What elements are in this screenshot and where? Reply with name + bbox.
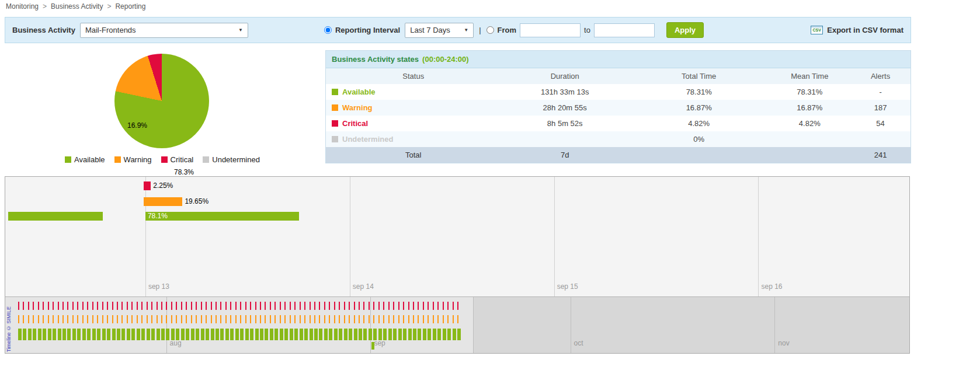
interval-controls: Reporting Interval Last 7 Days ▼ | From …: [324, 22, 704, 38]
timeline-event-tick-warning: [284, 315, 286, 323]
timeline-event-tick-critical: [284, 302, 286, 310]
timeline-event-tick-available: [112, 329, 116, 340]
timeline-event-tick-available: [457, 329, 461, 340]
states-row-undetermined: Undetermined0%: [326, 131, 911, 147]
timeline-event-tick-warning: [191, 315, 192, 323]
timeline-event-tick-critical: [176, 302, 177, 310]
alerts-cell: -: [850, 84, 911, 100]
col-duration: Duration: [501, 68, 629, 84]
timeline-event-tick-warning: [423, 315, 424, 323]
timeline-event-tick-available: [319, 329, 322, 340]
timeline-bar-available[interactable]: [145, 212, 299, 221]
timeline-event-tick-critical: [339, 302, 340, 310]
timeline-event-tick-critical: [62, 302, 64, 310]
breadcrumb-separator: >: [107, 2, 111, 11]
chevron-down-icon: ▼: [238, 27, 243, 33]
business-activity-select[interactable]: Mail-Frontends ▼: [80, 23, 248, 38]
from-date-input[interactable]: [520, 23, 581, 37]
timeline-event-tick-available: [314, 329, 318, 340]
timeline-credit: Timeline © SIMILE: [6, 306, 12, 352]
timeline-event-tick-warning: [58, 315, 59, 323]
alerts-cell: [850, 131, 911, 147]
timeline-event-tick-available: [310, 329, 313, 340]
timeline-event-tick-critical: [344, 302, 345, 310]
timeline-bar-available[interactable]: [8, 212, 103, 221]
breadcrumb: Monitoring>Business Activity>Reporting: [6, 2, 145, 11]
timeline-event-tick-warning: [314, 315, 315, 323]
timeline-event-tick-critical: [141, 302, 143, 310]
states-table: Status Duration Total Time Mean Time Ale…: [326, 68, 911, 163]
timeline-event-tick-warning: [408, 315, 409, 323]
timeline-event-tick-warning: [310, 315, 311, 323]
timeline-event-tick-warning: [324, 315, 325, 323]
timeline-event-tick-available: [250, 329, 253, 340]
custom-range-radio[interactable]: [486, 26, 494, 34]
timeline-event-tick-available: [211, 329, 214, 340]
timeline-event-tick-critical: [112, 302, 113, 310]
status-name: Available: [342, 88, 376, 96]
timeline-event-tick-critical: [437, 302, 439, 310]
breadcrumb-item-business-activity[interactable]: Business Activity: [51, 2, 103, 11]
breadcrumb-item-monitoring[interactable]: Monitoring: [6, 2, 39, 11]
timeline-event-tick-critical: [433, 302, 434, 310]
legend-item-undetermined: Undetermined: [203, 155, 260, 164]
timeline-event-tick-available: [300, 329, 303, 340]
timeline-overview-band[interactable]: Timeline © SIMILE augsepoctnov: [5, 296, 909, 353]
reporting-interval-select[interactable]: Last 7 Days ▼: [405, 23, 474, 38]
timeline-event-tick-available: [388, 329, 392, 340]
timeline-event-tick-available: [191, 329, 194, 340]
status-name: Critical: [342, 119, 368, 128]
col-total-time: Total Time: [629, 68, 769, 84]
timeline-event-tick-available: [127, 329, 130, 340]
timeline-event-tick-available: [339, 329, 342, 340]
timeline-event-tick-available: [53, 329, 56, 340]
timeline-event-tick-critical: [300, 302, 301, 310]
timeline-event-tick-warning: [334, 315, 335, 323]
mean-time-cell: 16.87%: [769, 100, 850, 116]
to-date-input[interactable]: [594, 23, 655, 37]
timeline-main-band[interactable]: sep 13sep 14sep 15sep 162.25%19.65%78.1%: [5, 177, 909, 296]
timeline-event-tick-warning: [428, 315, 429, 323]
timeline-event-tick-warning: [201, 315, 202, 323]
timeline-event-tick-available: [117, 329, 120, 340]
timeline-event-tick-critical: [117, 302, 118, 310]
timeline-event-tick-critical: [92, 302, 93, 310]
timeline-event-tick-critical: [121, 302, 123, 310]
timeline-event-tick-warning: [137, 315, 138, 323]
timeline-event-tick-warning: [383, 315, 384, 323]
timeline-event-tick-warning: [433, 315, 434, 323]
timeline-bar-label-critical: 2.25%: [153, 181, 173, 190]
timeline-bar-warning[interactable]: [144, 197, 183, 206]
timeline-event-tick-critical: [171, 302, 172, 310]
apply-button[interactable]: Apply: [666, 22, 704, 38]
timeline-event-tick-available: [245, 329, 249, 340]
timeline-event-tick-critical: [28, 302, 29, 310]
timeline-event-tick-critical: [53, 302, 54, 310]
total-total-time: [629, 147, 769, 163]
timeline-event-tick-available: [378, 329, 382, 340]
timeline-event-tick-critical: [97, 302, 98, 310]
breadcrumb-item-reporting[interactable]: Reporting: [115, 2, 145, 11]
reporting-interval-radio[interactable]: [324, 26, 332, 34]
timeline-event-tick-available: [437, 329, 441, 340]
status-swatch-undetermined: [332, 136, 338, 142]
duration-cell: 28h 20m 55s: [501, 100, 629, 116]
timeline-event-tick-available: [255, 329, 259, 340]
timeline-event-tick-critical: [250, 302, 251, 310]
timeline-event-tick-available: [329, 329, 332, 340]
timeline-month-label: nov: [778, 339, 789, 347]
timeline-event-tick-warning: [245, 315, 246, 323]
timeline-event-tick-critical: [294, 302, 296, 310]
timeline-event-tick-available: [403, 329, 406, 340]
timeline-date-label: sep 13: [148, 282, 169, 291]
timeline-event-tick-critical: [418, 302, 419, 310]
timeline-event-tick-warning: [319, 315, 320, 323]
timeline-event-tick-critical: [314, 302, 315, 310]
timeline-bar-critical[interactable]: [144, 181, 151, 190]
timeline-event-tick-critical: [423, 302, 424, 310]
timeline-event-tick-warning: [53, 315, 54, 323]
total-mean-time: [769, 147, 850, 163]
timeline-event-tick-warning: [72, 315, 74, 323]
export-csv-link[interactable]: CSV Export in CSV format: [811, 26, 903, 34]
timeline-event-tick-warning: [250, 315, 251, 323]
